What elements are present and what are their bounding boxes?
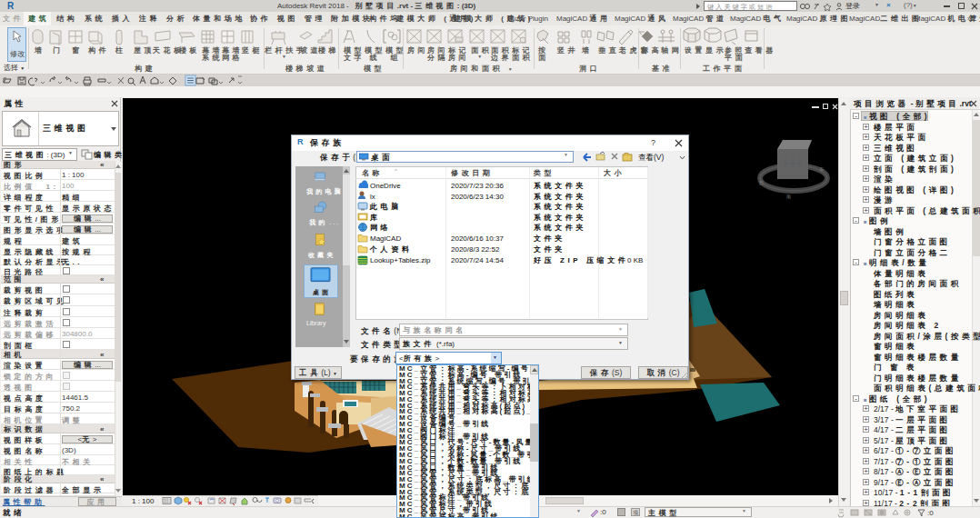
svg-text:西: 西 bbox=[759, 180, 764, 186]
svg-text:查看(V): 查看(V) bbox=[638, 153, 665, 162]
svg-text:东: 东 bbox=[819, 166, 824, 172]
svg-text::0: :0 bbox=[927, 509, 934, 517]
svg-text:南: 南 bbox=[786, 194, 791, 199]
